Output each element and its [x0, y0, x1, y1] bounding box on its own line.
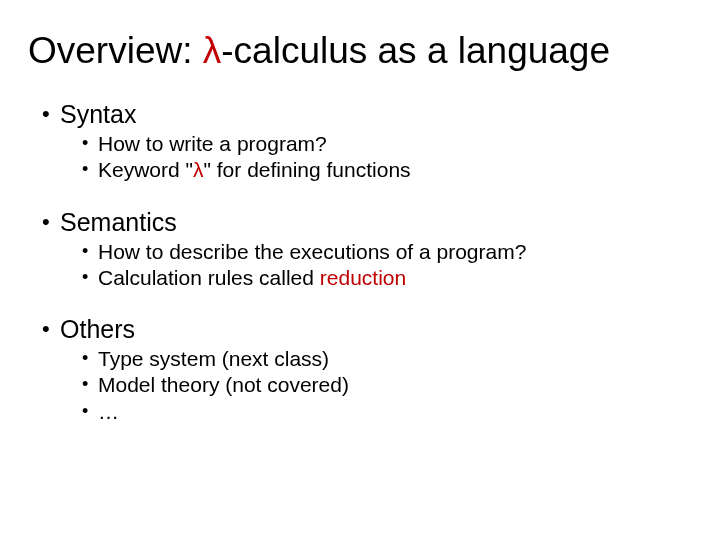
item-text: How to describe the executions of a prog…	[98, 240, 526, 263]
section-heading: Semantics	[60, 208, 177, 236]
sub-list: How to describe the executions of a prog…	[82, 239, 682, 292]
bullet-list: Syntax How to write a program? Keyword "…	[42, 100, 682, 425]
section-heading: Others	[60, 315, 135, 343]
list-item: Keyword "λ" for defining functions	[82, 157, 682, 183]
item-text-pre: Calculation rules called	[98, 266, 320, 289]
list-item: How to write a program?	[82, 131, 682, 157]
list-item: Model theory (not covered)	[82, 372, 682, 398]
title-text-post: -calculus as a language	[221, 30, 610, 71]
list-item: How to describe the executions of a prog…	[82, 239, 682, 265]
list-item: Calculation rules called reduction	[82, 265, 682, 291]
item-lambda: λ	[193, 158, 204, 181]
item-text: Type system (next class)	[98, 347, 329, 370]
item-text-pre: Keyword "	[98, 158, 193, 181]
sub-list: Type system (next class) Model theory (n…	[82, 346, 682, 425]
item-reduction: reduction	[320, 266, 406, 289]
section-heading: Syntax	[60, 100, 136, 128]
list-item: Type system (next class)	[82, 346, 682, 372]
title-text-pre: Overview:	[28, 30, 203, 71]
section-semantics: Semantics How to describe the executions…	[42, 208, 682, 292]
section-syntax: Syntax How to write a program? Keyword "…	[42, 100, 682, 184]
sub-list: How to write a program? Keyword "λ" for …	[82, 131, 682, 184]
title-lambda: λ	[203, 30, 222, 71]
item-text: …	[98, 400, 119, 423]
section-others: Others Type system (next class) Model th…	[42, 315, 682, 425]
slide-title: Overview: λ-calculus as a language	[28, 30, 682, 72]
item-text-post: " for defining functions	[204, 158, 411, 181]
item-text: Model theory (not covered)	[98, 373, 349, 396]
list-item: …	[82, 399, 682, 425]
item-text: How to write a program?	[98, 132, 327, 155]
slide: Overview: λ-calculus as a language Synta…	[0, 0, 720, 540]
